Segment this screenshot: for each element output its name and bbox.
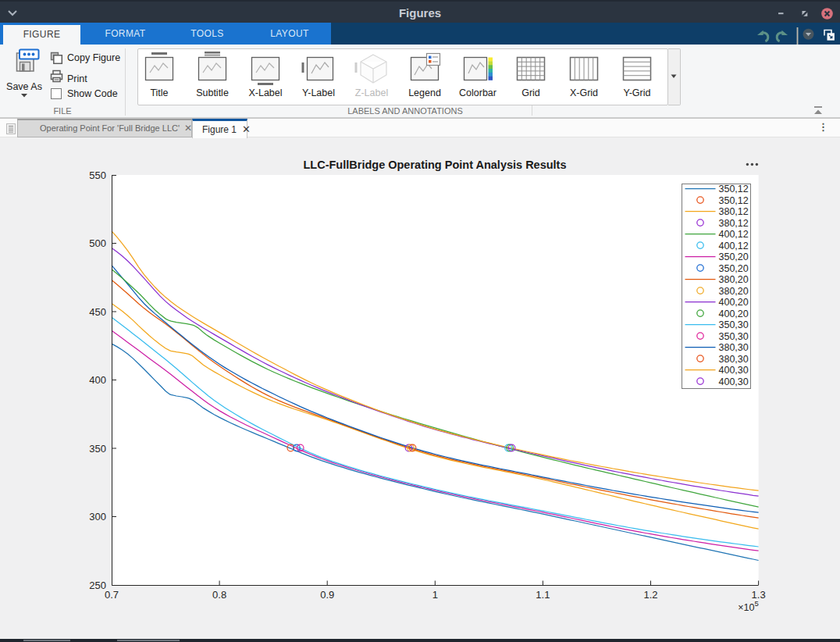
svg-text:1.2: 1.2: [643, 589, 657, 601]
svg-text:500: 500: [89, 237, 106, 249]
svg-text:0.9: 0.9: [320, 589, 334, 601]
svg-text:350,20: 350,20: [719, 251, 749, 262]
svg-text:350,20: 350,20: [719, 263, 749, 274]
svg-text:400,20: 400,20: [719, 297, 749, 308]
svg-text:350,30: 350,30: [719, 319, 749, 330]
svg-text:400,12: 400,12: [719, 229, 749, 240]
svg-text:350,30: 350,30: [719, 331, 749, 342]
svg-text:1.1: 1.1: [536, 589, 550, 601]
svg-text:×10: ×10: [738, 602, 754, 613]
svg-text:400,20: 400,20: [719, 309, 749, 319]
svg-text:350,12: 350,12: [719, 184, 749, 194]
svg-text:250: 250: [89, 580, 106, 591]
svg-text:380,30: 380,30: [719, 354, 749, 365]
svg-text:350,12: 350,12: [719, 195, 749, 206]
svg-text:0.8: 0.8: [212, 589, 226, 601]
svg-text:380,12: 380,12: [719, 218, 749, 229]
svg-text:400,12: 400,12: [719, 241, 749, 251]
svg-text:350: 350: [89, 443, 106, 455]
svg-text:380,12: 380,12: [719, 206, 749, 217]
svg-text:300: 300: [89, 511, 106, 523]
svg-text:380,30: 380,30: [719, 342, 749, 353]
svg-text:1: 1: [432, 589, 438, 601]
svg-text:400,30: 400,30: [719, 365, 749, 376]
svg-text:400: 400: [89, 374, 106, 386]
svg-text:LLC-FullBridge Operating Point: LLC-FullBridge Operating Point Analysis …: [303, 159, 566, 171]
svg-text:550: 550: [89, 169, 106, 181]
svg-text:380,20: 380,20: [719, 286, 749, 297]
svg-text:450: 450: [89, 306, 106, 318]
svg-text:380,20: 380,20: [719, 274, 749, 285]
svg-text:400,30: 400,30: [719, 376, 749, 387]
svg-text:5: 5: [755, 599, 759, 608]
svg-text:0.7: 0.7: [105, 589, 119, 601]
